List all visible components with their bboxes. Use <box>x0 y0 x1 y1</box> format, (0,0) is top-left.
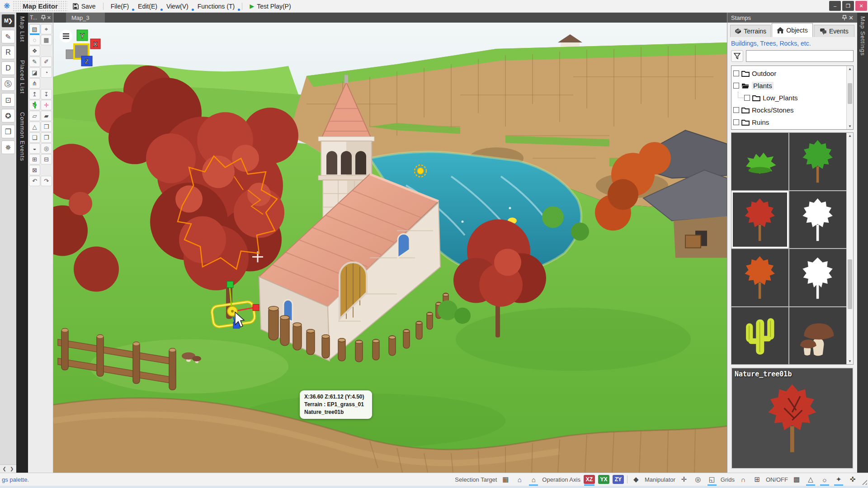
checkbox[interactable] <box>744 95 750 101</box>
scroll-thumb[interactable] <box>848 259 852 309</box>
pin-icon[interactable] <box>41 15 46 20</box>
manipulator-rotate-button[interactable]: ◎ <box>693 474 703 484</box>
tree-item-rocks-stones[interactable]: Rocks/Stones <box>733 104 845 116</box>
tree-scrollbar[interactable]: ▲ ▼ <box>846 66 853 129</box>
stamp-tree-green[interactable] <box>789 133 846 190</box>
tool-select-lasso[interactable]: ◌ <box>29 35 40 45</box>
tool-prism[interactable]: △ <box>29 122 40 132</box>
tool-brush[interactable]: ✐ <box>41 56 52 67</box>
checkbox[interactable] <box>733 107 739 113</box>
tab-placed-list[interactable]: Placed List <box>19 60 26 94</box>
tab-events[interactable]: Events <box>814 25 854 37</box>
scroll-up-arrow[interactable]: ▲ <box>848 134 852 138</box>
tool-eraser[interactable]: ◪ <box>29 67 40 78</box>
system-mode-button[interactable]: Ⓢ <box>1 77 15 91</box>
scroll-down-arrow[interactable]: ▼ <box>848 359 852 363</box>
badge-mode-button[interactable]: ✪ <box>1 109 15 122</box>
axis-xz-button[interactable]: XZ <box>584 475 595 484</box>
tool-lower-terrain[interactable]: ↧ <box>41 89 52 99</box>
stamp-tree-orange[interactable] <box>731 249 788 306</box>
tool-redo[interactable]: ↷ <box>41 176 52 186</box>
tool-undo[interactable]: ↶ <box>29 176 40 186</box>
tree-item-ruins[interactable]: Ruins <box>733 116 845 128</box>
filter-button[interactable] <box>731 50 743 62</box>
select-both-button[interactable]: ⌂ <box>528 474 539 484</box>
tab-common-events[interactable]: Common Events <box>19 112 26 161</box>
tool-tile-pattern[interactable]: ▦ <box>41 35 52 45</box>
tool-pen[interactable]: ✎ <box>29 56 40 67</box>
tab-map-list[interactable]: Map List <box>19 16 26 42</box>
tool-box[interactable]: ❒ <box>41 122 52 132</box>
close-button[interactable]: ✕ <box>855 1 867 11</box>
stamp-mushroom[interactable] <box>789 307 846 365</box>
pin-icon[interactable] <box>842 15 847 20</box>
tool-grab-object[interactable]: ❖ <box>29 46 40 56</box>
tool-select-point[interactable]: ⌖ <box>41 24 52 34</box>
effects-button[interactable]: ✦ <box>833 474 844 484</box>
map-canvas[interactable]: Y X Z X:36.60 Z:61.12 (Y:4.50) Terrain :… <box>53 23 727 473</box>
display-mode-button[interactable]: ⊡ <box>1 93 15 107</box>
gizmo-handle-red[interactable] <box>253 305 259 311</box>
tool-rotate-object[interactable]: ↻ <box>29 100 40 110</box>
view-frustum-button[interactable]: △ <box>805 474 816 484</box>
test-play-button[interactable]: ▶ Test Play(P) <box>245 1 295 12</box>
manipulator-move-button[interactable]: ✛ <box>679 474 689 484</box>
menu-file[interactable]: File(F) <box>106 1 133 12</box>
tool-select-rect[interactable]: ▧ <box>29 24 40 34</box>
axis-yx-button[interactable]: YX <box>598 475 609 484</box>
launcher-menu-button[interactable]: M❯ <box>1 14 15 28</box>
menu-edit[interactable]: Edit(E) <box>133 1 162 12</box>
scroll-right-arrow[interactable]: ❯ <box>10 466 14 471</box>
axis-zy-button[interactable]: ZY <box>613 475 624 484</box>
checkbox[interactable] <box>733 70 739 76</box>
tool-stack-copy[interactable]: ❐ <box>41 132 52 143</box>
tool-copy[interactable]: ⊞ <box>29 154 40 164</box>
scroll-thumb[interactable] <box>848 83 852 104</box>
tree-item-outdoor[interactable]: Outdoor <box>733 67 845 80</box>
select-terrain-button[interactable]: ▦ <box>500 474 511 484</box>
stamp-cactus[interactable] <box>731 307 788 365</box>
stamp-tree-white-2[interactable] <box>789 249 846 306</box>
gamepad-button[interactable]: ✜ <box>847 474 858 484</box>
stamps-close-icon[interactable]: ✕ <box>849 14 854 21</box>
manipulator-scale-button[interactable]: ◱ <box>707 474 717 484</box>
map-tab[interactable]: Map_3 <box>66 13 105 23</box>
checkbox[interactable] <box>733 83 739 89</box>
snap-magnet-button[interactable]: ∩ <box>738 474 749 484</box>
tab-objects[interactable]: Objects <box>772 23 812 37</box>
tool-palette-close-icon[interactable]: ✕ <box>47 15 51 21</box>
tree-item-low-plants[interactable]: Low_Plants <box>733 92 845 104</box>
tab-terrains[interactable]: Terrains <box>730 25 771 37</box>
select-objects-button[interactable]: ⌂ <box>514 474 525 484</box>
gizmo-handle-green[interactable] <box>227 282 233 288</box>
tool-raise-terrain[interactable]: ↥ <box>29 89 40 99</box>
terrain-mode-icon[interactable]: ◆ <box>631 474 642 484</box>
scroll-up-arrow[interactable]: ▲ <box>848 67 852 71</box>
checkbox[interactable] <box>733 119 739 125</box>
tool-fill[interactable]: ◔ <box>41 67 52 78</box>
character-mode-button[interactable]: ✵ <box>1 141 15 154</box>
resources-mode-button[interactable]: R <box>1 46 15 59</box>
save-button[interactable]: Save <box>68 1 100 12</box>
stamp-tree-red[interactable] <box>731 191 788 249</box>
layout-mode-button[interactable]: ❐ <box>1 125 15 138</box>
tool-dome[interactable]: ◒ <box>29 143 40 154</box>
stamp-search-input[interactable] <box>746 50 854 62</box>
tab-map-settings[interactable]: Map Settings <box>859 16 866 473</box>
overlay-grid-button[interactable]: ▩ <box>791 474 802 484</box>
minimize-button[interactable]: – <box>829 1 841 11</box>
tool-slope[interactable]: ▱ <box>29 111 40 121</box>
stamp-low-plant-green[interactable] <box>731 133 788 190</box>
tool-ring[interactable]: ◎ <box>41 143 52 154</box>
tool-shovel[interactable]: ⋔ <box>29 78 40 89</box>
database-mode-button[interactable]: D <box>1 61 15 75</box>
scroll-left-arrow[interactable]: ❮ <box>3 466 6 471</box>
tool-move-object[interactable]: ✛ <box>41 100 52 110</box>
map-editor-mode-button[interactable]: ✎ <box>1 30 15 43</box>
menu-functions[interactable]: Functions (T) <box>193 1 239 12</box>
grid-toggle-button[interactable]: ⊞ <box>752 474 763 484</box>
tool-paste[interactable]: ⊟ <box>41 154 52 164</box>
tool-stack[interactable]: ❏ <box>29 132 40 143</box>
restore-button[interactable]: ❐ <box>842 1 854 11</box>
tool-delete[interactable]: ⊠ <box>29 165 40 175</box>
